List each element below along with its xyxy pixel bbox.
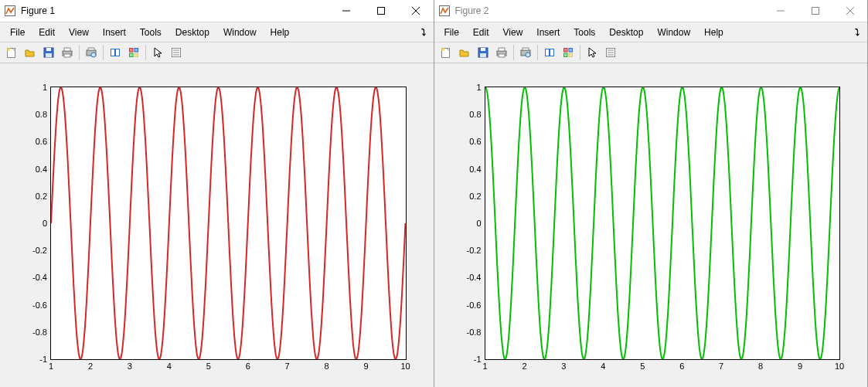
menu-window[interactable]: Window (650, 25, 697, 40)
save-button[interactable] (39, 43, 58, 62)
svg-rect-11 (64, 48, 70, 51)
menu-overflow-icon[interactable]: ⤵ (421, 27, 431, 38)
print-icon (61, 46, 73, 59)
menu-overflow-icon[interactable]: ⤵ (855, 27, 864, 38)
link-button[interactable] (540, 43, 559, 62)
properties-icon (170, 46, 182, 59)
properties-button[interactable] (601, 43, 620, 62)
maximize-button[interactable] (798, 0, 832, 22)
svg-point-41 (526, 53, 530, 57)
print-preview-icon (85, 46, 97, 59)
x-tick-label: 8 (325, 359, 329, 371)
menu-desktop[interactable]: Desktop (168, 25, 216, 40)
x-tick-label: 10 (835, 359, 844, 371)
svg-point-6 (7, 48, 10, 51)
x-tick-label: 7 (719, 359, 723, 371)
pointer-button[interactable] (583, 43, 601, 62)
menu-insert[interactable]: Insert (96, 25, 133, 40)
print-preview-button[interactable] (82, 43, 100, 62)
menu-help[interactable]: Help (697, 25, 730, 40)
open-button[interactable] (21, 43, 39, 62)
y-tick-label: 0 (43, 219, 51, 228)
y-tick-label: -0.4 (32, 273, 51, 282)
menu-file[interactable]: File (437, 25, 466, 40)
x-tick-label: 7 (285, 359, 290, 371)
menu-tools[interactable]: Tools (133, 25, 168, 40)
matlab-figure-icon (438, 5, 451, 17)
svg-rect-17 (116, 49, 120, 56)
tile-button[interactable] (124, 43, 143, 62)
save-button[interactable] (474, 43, 492, 62)
svg-rect-35 (480, 53, 486, 57)
svg-rect-19 (134, 49, 138, 53)
figure-window-2: Figure 2FileEditViewInsertToolsDesktopWi… (434, 0, 869, 387)
y-tick-label: -0.2 (32, 246, 51, 255)
x-tick-label: 9 (363, 359, 368, 371)
minimize-button[interactable] (329, 0, 364, 22)
open-icon (458, 46, 471, 59)
svg-rect-38 (499, 54, 505, 57)
x-tick-label: 3 (561, 359, 566, 371)
toolbar (434, 42, 868, 63)
axes[interactable]: -1-0.8-0.6-0.4-0.200.20.40.60.8112345678… (50, 87, 407, 360)
print-preview-button[interactable] (516, 43, 535, 62)
print-button[interactable] (58, 43, 77, 62)
pointer-button[interactable] (148, 43, 167, 62)
line-series (51, 87, 406, 359)
print-button[interactable] (492, 43, 511, 62)
svg-rect-37 (499, 48, 505, 51)
menu-view[interactable]: View (496, 25, 530, 40)
new-figure-button[interactable] (437, 43, 455, 62)
link-icon (109, 46, 121, 59)
minimize-button[interactable] (763, 0, 798, 22)
menu-view[interactable]: View (62, 25, 96, 40)
menu-help[interactable]: Help (264, 25, 297, 40)
close-button[interactable] (399, 0, 434, 22)
window-controls (329, 0, 434, 22)
menu-tools[interactable]: Tools (567, 25, 602, 40)
y-tick-label: -0.8 (32, 328, 51, 337)
toolbar-separator (103, 45, 104, 60)
properties-button[interactable] (167, 43, 186, 62)
menu-edit[interactable]: Edit (32, 25, 62, 40)
window-title: Figure 1 (21, 5, 329, 16)
y-tick-label: -0.8 (467, 328, 485, 337)
print-icon (495, 46, 508, 59)
menu-insert[interactable]: Insert (529, 25, 567, 40)
pointer-icon (586, 46, 598, 59)
axes[interactable]: -1-0.8-0.6-0.4-0.200.20.40.60.8112345678… (485, 87, 841, 360)
link-button[interactable] (106, 43, 124, 62)
menu-edit[interactable]: Edit (466, 25, 496, 40)
title-bar[interactable]: Figure 2 (434, 0, 868, 22)
figure-window-1: Figure 1FileEditViewInsertToolsDesktopWi… (0, 0, 434, 387)
new-figure-button[interactable] (2, 43, 21, 62)
save-icon (477, 46, 489, 59)
y-tick-label: 1 (476, 83, 485, 92)
tile-button[interactable] (559, 43, 577, 62)
menu-desktop[interactable]: Desktop (602, 25, 650, 40)
menu-window[interactable]: Window (216, 25, 264, 40)
maximize-button[interactable] (364, 0, 399, 22)
menu-bar: FileEditViewInsertToolsDesktopWindowHelp… (434, 22, 868, 42)
open-button[interactable] (455, 43, 474, 62)
svg-rect-40 (523, 48, 529, 50)
tile-icon (562, 46, 574, 59)
app-icon (4, 5, 16, 17)
open-icon (24, 46, 36, 59)
window-controls (763, 0, 867, 22)
close-button[interactable] (832, 0, 867, 22)
y-tick-label: 0.4 (469, 165, 485, 174)
y-tick-label: 1 (43, 83, 51, 92)
svg-rect-2 (378, 8, 385, 15)
title-bar[interactable]: Figure 1 (0, 0, 434, 22)
menu-file[interactable]: File (3, 25, 32, 40)
svg-rect-20 (130, 53, 134, 57)
plot-area: -1-0.8-0.6-0.4-0.200.20.40.60.8112345678… (434, 63, 868, 387)
matlab-figure-icon (4, 5, 16, 17)
x-tick-label: 1 (482, 359, 487, 371)
y-tick-label: -0.6 (32, 300, 51, 310)
svg-rect-42 (545, 49, 549, 56)
save-icon (43, 46, 55, 59)
y-tick-label: 0.4 (36, 165, 51, 174)
svg-rect-45 (569, 49, 573, 53)
